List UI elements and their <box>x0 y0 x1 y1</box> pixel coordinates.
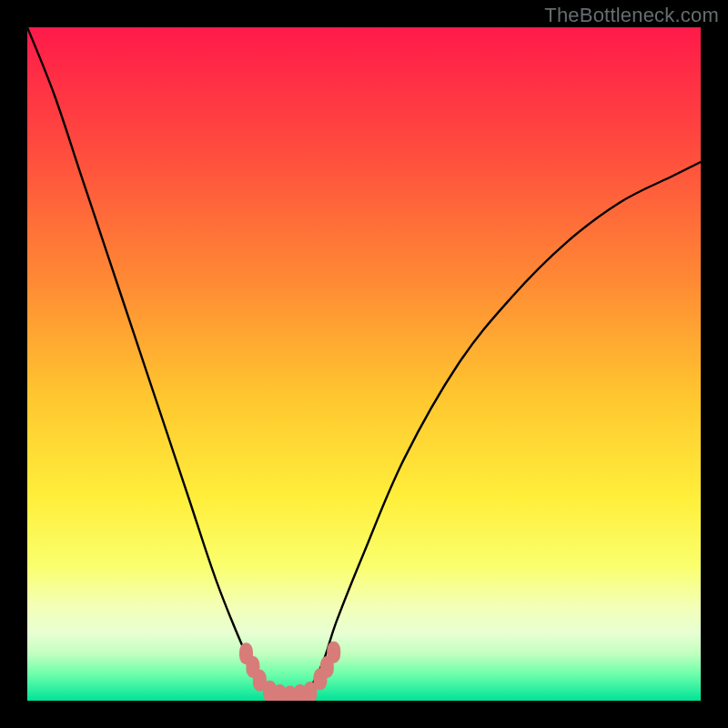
chart-svg <box>27 27 701 701</box>
bottleneck-curve <box>27 27 701 697</box>
plot-area <box>27 27 701 701</box>
valley-marker <box>327 642 340 663</box>
watermark-text: TheBottleneck.com <box>544 4 719 27</box>
outer-frame: TheBottleneck.com <box>0 0 728 728</box>
marker-group <box>239 642 340 701</box>
